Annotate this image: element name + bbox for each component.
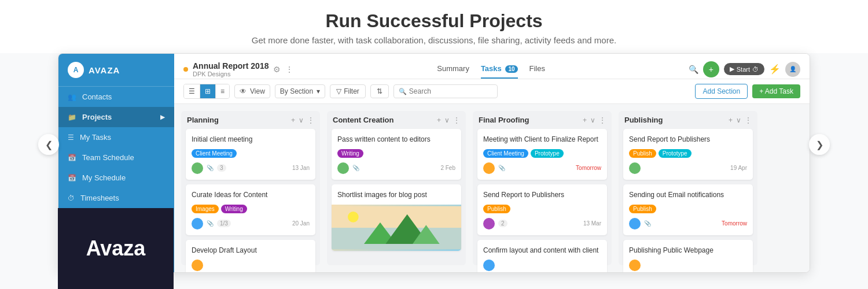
task-footer-c2: 📎 1/3 20 Jan (192, 218, 310, 229)
column-chevron-planning[interactable]: ∨ (299, 116, 304, 124)
section-select[interactable]: By Section ▾ (275, 84, 325, 98)
start-label: Start (737, 66, 750, 73)
column-more-publishing[interactable]: ⋮ (745, 116, 752, 124)
tag-prototype: Prototype (659, 149, 692, 158)
filter-button[interactable]: ▽ Filter (330, 84, 366, 98)
column-more-final-proofing[interactable]: ⋮ (599, 116, 606, 124)
task-meta-c1: 📎 3 (192, 162, 226, 174)
tasks-badge: 10 (505, 65, 517, 73)
user-avatar[interactable]: 👤 (785, 62, 800, 77)
outline-view-button[interactable]: ≡ (216, 84, 229, 98)
tag-images: Images (192, 205, 219, 213)
main-content: Annual Report 2018 DPK Designs ⚙ ⋮ Summa… (174, 54, 810, 272)
task-card-c2[interactable]: Curate Ideas for Content ImagesWriting 📎… (186, 184, 315, 235)
task-card-c10[interactable]: Sending out Email notifications Publish … (623, 184, 753, 235)
task-card-c1[interactable]: Initial client meeting Client Meeting 📎 … (186, 129, 315, 180)
projects-icon: 📁 (68, 113, 76, 121)
task-card-c3[interactable]: Develop Draft Layout (186, 240, 315, 272)
brand-overlay-text: Avaza (86, 236, 146, 261)
nav-prev-button[interactable]: ❮ (38, 134, 59, 155)
start-timer-button[interactable]: ▶ Start ⏱ (724, 63, 764, 75)
svg-point-5 (348, 212, 359, 223)
column-add-content-creation[interactable]: + (437, 116, 441, 124)
sort-icon: ⇅ (377, 87, 382, 95)
sidebar-item-team-schedule[interactable]: 📅 Team Schedule (58, 147, 174, 168)
column-chevron-final-proofing[interactable]: ∨ (590, 116, 595, 124)
task-footer-c8 (483, 260, 601, 271)
add-task-button[interactable]: + Add Task (752, 84, 800, 98)
column-more-content-creation[interactable]: ⋮ (453, 116, 460, 124)
task-image-c5 (332, 205, 461, 251)
tag-publish: Publish (483, 205, 510, 213)
tag-prototype: Prototype (531, 149, 564, 158)
task-tags-c4: Writing (337, 149, 455, 158)
task-card-c5[interactable]: Shortlist images for blog post (332, 184, 461, 251)
sidebar-item-projects[interactable]: 📁 Projects ▶ (58, 107, 174, 127)
column-publishing: Publishing + ∨ ⋮ Send Report to Publishe… (619, 111, 757, 265)
tab-summary[interactable]: Summary (437, 60, 469, 79)
view-toggle-group: ☰ ⊞ ≡ (183, 84, 230, 99)
contacts-icon: 👥 (68, 93, 76, 101)
task-avatar-c11 (629, 260, 641, 271)
sort-button[interactable]: ⇅ (370, 84, 389, 98)
column-add-final-proofing[interactable]: + (583, 116, 587, 124)
project-status-dot (183, 67, 188, 72)
column-actions-planning: + ∨ ⋮ (291, 116, 314, 124)
task-title-c5: Shortlist images for blog post (332, 184, 461, 200)
task-card-c11[interactable]: Publishing Public Webpage (623, 240, 753, 272)
column-planning: Planning + ∨ ⋮ Initial client meeting Cl… (181, 111, 320, 265)
more-icon[interactable]: ⋮ (285, 65, 293, 74)
task-card-c6[interactable]: Meeting with Client to Finalize Report C… (477, 129, 607, 180)
nav-next-button[interactable]: ❯ (809, 134, 830, 155)
column-chevron-content-creation[interactable]: ∨ (444, 116, 450, 124)
task-card-c4[interactable]: Pass written content to editors Writing … (332, 129, 461, 180)
tab-tasks[interactable]: Tasks 10 (481, 60, 518, 79)
task-date-c10: Tomorrow (722, 220, 747, 227)
search-input[interactable] (409, 87, 492, 95)
task-meta-c7: 2 (483, 218, 507, 229)
task-avatar-c6 (483, 162, 495, 174)
sidebar-item-my-schedule[interactable]: 📅 My Schedule (58, 168, 174, 188)
list-view-button[interactable]: ☰ (184, 84, 200, 98)
add-section-button[interactable]: Add Section (695, 84, 748, 99)
sidebar-item-timesheets[interactable]: ⏱ Timesheets (58, 188, 174, 208)
task-card-c9[interactable]: Send Report to Publishers PublishPrototy… (623, 129, 753, 180)
toolbar: ☰ ⊞ ≡ 👁 View By Section ▾ ▽ Filter ⇅ 🔍 (174, 79, 810, 104)
task-tags-c6: Client MeetingPrototype (483, 149, 601, 158)
timer-icon: ⏱ (752, 66, 759, 73)
column-add-planning[interactable]: + (291, 116, 295, 124)
search-icon[interactable]: 🔍 (689, 65, 698, 74)
task-tags-c1: Client Meeting (192, 149, 310, 158)
task-card-c7[interactable]: Send Report to Publishers Publish 2 13 M… (477, 184, 607, 235)
tag-writing: Writing (221, 205, 247, 213)
timesheets-icon: ⏱ (68, 194, 75, 202)
brand-overlay: Avaza (58, 208, 174, 289)
sidebar-item-contacts[interactable]: 👥 Contacts (58, 87, 174, 107)
task-avatar-c7 (483, 218, 495, 229)
task-footer-c1: 📎 3 13 Jan (192, 162, 310, 174)
column-title-publishing: Publishing (624, 116, 663, 124)
column-more-planning[interactable]: ⋮ (307, 116, 314, 124)
tag-publish: Publish (629, 205, 656, 213)
grid-view-button[interactable]: ⊞ (200, 84, 216, 98)
chevron-down-icon: ▾ (317, 87, 320, 95)
settings-icon[interactable]: ⚙ (273, 65, 281, 74)
task-title-c3: Develop Draft Layout (192, 246, 310, 255)
view-select[interactable]: 👁 View (234, 84, 270, 98)
task-avatar-c1 (192, 162, 203, 174)
column-add-publishing[interactable]: + (729, 116, 733, 124)
column-header-planning: Planning + ∨ ⋮ (186, 116, 315, 124)
project-subtitle: DPK Designs (193, 71, 269, 77)
header-actions: 🔍 + ▶ Start ⏱ ⚡ 👤 (689, 61, 800, 77)
task-meta-c2: 📎 1/3 (192, 218, 231, 229)
search-icon-toolbar: 🔍 (399, 88, 407, 95)
column-chevron-publishing[interactable]: ∨ (736, 116, 741, 124)
task-title-c6: Meeting with Client to Finalize Report (483, 135, 601, 144)
team-schedule-icon: 📅 (68, 154, 76, 162)
task-card-c8[interactable]: Confirm layout and content with client (477, 240, 607, 272)
lightning-icon[interactable]: ⚡ (769, 64, 781, 75)
task-title-c9: Send Report to Publishers (629, 135, 747, 144)
add-button[interactable]: + (703, 61, 719, 77)
tab-files[interactable]: Files (529, 60, 545, 79)
sidebar-item-my-tasks[interactable]: ☰ My Tasks (58, 127, 174, 147)
